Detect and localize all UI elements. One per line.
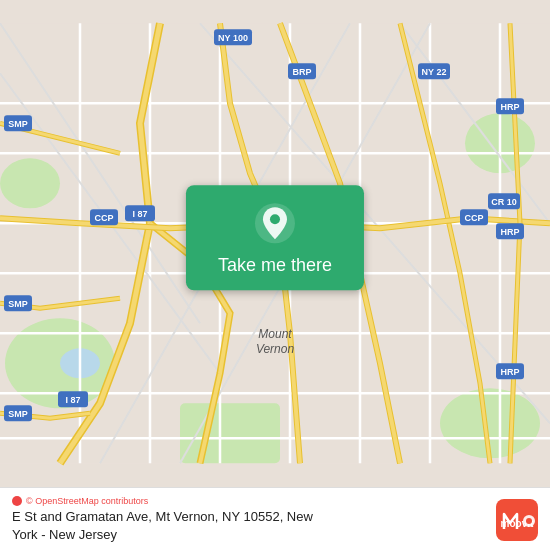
svg-rect-3 bbox=[180, 403, 280, 463]
svg-text:NY 22: NY 22 bbox=[422, 67, 447, 77]
svg-text:I 87: I 87 bbox=[132, 209, 147, 219]
take-me-button-label: Take me there bbox=[218, 256, 332, 277]
map-overlay: Take me there bbox=[186, 186, 364, 291]
location-pin-icon bbox=[253, 202, 297, 246]
svg-text:NY 100: NY 100 bbox=[218, 33, 248, 43]
svg-text:Mount: Mount bbox=[258, 327, 292, 341]
address-text: E St and Gramatan Ave, Mt Vernon, NY 105… bbox=[12, 508, 486, 544]
svg-point-4 bbox=[0, 158, 60, 208]
address-section: © OpenStreetMap contributors E St and Gr… bbox=[12, 496, 486, 544]
take-me-there-button[interactable]: Take me there bbox=[186, 186, 364, 291]
svg-text:HRP: HRP bbox=[500, 367, 519, 377]
bottom-bar: © OpenStreetMap contributors E St and Gr… bbox=[0, 487, 550, 550]
moovit-icon: moovit bbox=[496, 499, 538, 541]
svg-point-60 bbox=[270, 215, 280, 225]
osm-credit-text: © OpenStreetMap contributors bbox=[26, 496, 148, 506]
svg-text:CR 10: CR 10 bbox=[491, 197, 517, 207]
svg-text:CCP: CCP bbox=[464, 213, 483, 223]
svg-text:HRP: HRP bbox=[500, 227, 519, 237]
map-area: I 87 I 87 NY 100 NY 22 BRP CCP CCP CCP H… bbox=[0, 0, 550, 487]
svg-text:BRP: BRP bbox=[292, 67, 311, 77]
svg-text:HRP: HRP bbox=[500, 102, 519, 112]
moovit-logo: moovit bbox=[496, 499, 538, 541]
svg-text:Vernon: Vernon bbox=[256, 342, 295, 356]
osm-credit: © OpenStreetMap contributors bbox=[12, 496, 486, 506]
svg-text:SMP: SMP bbox=[8, 119, 28, 129]
svg-point-64 bbox=[526, 518, 532, 524]
svg-text:SMP: SMP bbox=[8, 409, 28, 419]
svg-text:SMP: SMP bbox=[8, 299, 28, 309]
app-container: I 87 I 87 NY 100 NY 22 BRP CCP CCP CCP H… bbox=[0, 0, 550, 550]
svg-text:CCP: CCP bbox=[94, 213, 113, 223]
svg-text:I 87: I 87 bbox=[65, 395, 80, 405]
osm-circle-icon bbox=[12, 496, 22, 506]
